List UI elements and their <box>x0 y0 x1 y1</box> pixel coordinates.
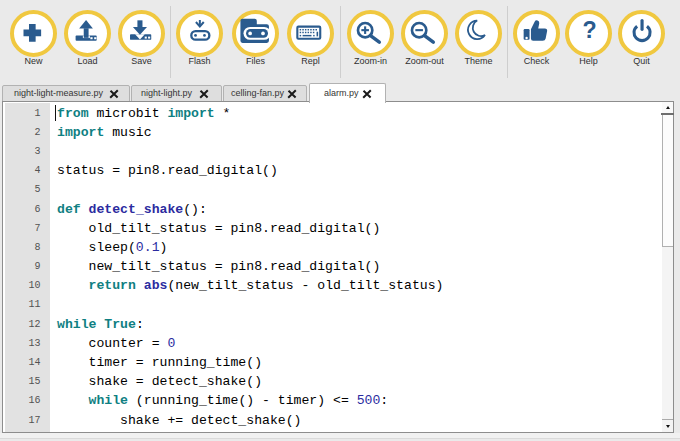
svg-text:?: ? <box>582 16 596 42</box>
